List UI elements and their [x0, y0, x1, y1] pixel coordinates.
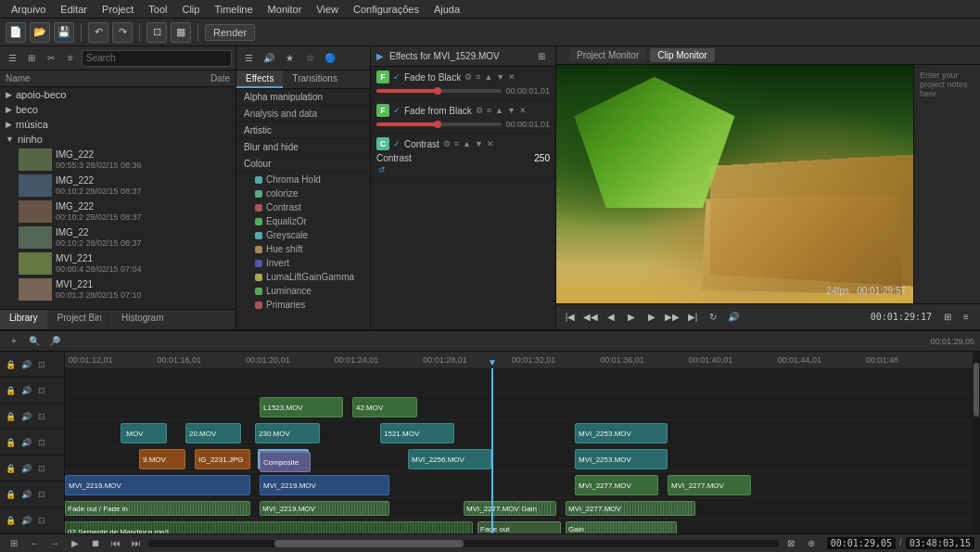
- tree-item-mvi221-2[interactable]: MVI_221 00:01:3 28/02/15 07:10: [0, 276, 235, 302]
- render-button[interactable]: Render: [205, 24, 255, 41]
- play-button[interactable]: ▶: [623, 309, 640, 326]
- rewind-button[interactable]: ◀◀: [582, 309, 599, 326]
- clip-2219mov-2[interactable]: MVI_2219.MOV: [260, 475, 389, 495]
- effect-primaries[interactable]: Primaries: [236, 298, 370, 312]
- export-button[interactable]: ▦: [171, 22, 191, 43]
- fade-to-black-icon-x[interactable]: ✕: [508, 72, 515, 82]
- new-button[interactable]: 📄: [6, 22, 26, 43]
- clip-2277-audio[interactable]: MVI_2277.MOV: [566, 501, 695, 516]
- menu-view[interactable]: View: [309, 2, 346, 17]
- fade-to-black-thumb[interactable]: [434, 87, 441, 95]
- tab-clip-monitor[interactable]: Clip Monitor: [650, 48, 714, 62]
- effect-cat-analysis[interactable]: Analysis and data: [236, 106, 370, 122]
- folder-apoio-beco[interactable]: apoio-beco: [0, 87, 235, 102]
- tc-audio-6[interactable]: 🔊: [19, 488, 32, 501]
- redo-button[interactable]: ↷: [112, 22, 133, 43]
- tc-lock-1[interactable]: 🔒: [4, 358, 17, 371]
- contrast-icon-x[interactable]: ✕: [487, 139, 494, 148]
- tl-add-track[interactable]: +: [6, 333, 22, 350]
- clip-230mov[interactable]: 230.MOV: [255, 423, 320, 443]
- clip-2219mov-1[interactable]: MVI_2219.MOV: [65, 475, 250, 495]
- tc-lock-6[interactable]: 🔒: [4, 488, 17, 501]
- tc-audio-1[interactable]: 🔊: [19, 358, 32, 371]
- clip-2277-gain-audio[interactable]: MVI_2277.MOV Gain: [464, 501, 556, 516]
- effect-cat-colour[interactable]: Colour: [236, 156, 370, 173]
- fullscreen-button[interactable]: ⊞: [939, 309, 956, 326]
- fade-from-black-icon-x[interactable]: ✕: [519, 106, 527, 115]
- tree-item-img22-4[interactable]: IMG_22 00:10:2 28/02/15 08:37: [0, 225, 235, 250]
- settings-button[interactable]: ≡: [958, 309, 974, 326]
- step-fwd-button[interactable]: ▶: [643, 309, 660, 326]
- tl-zoom-fit[interactable]: ⊠: [783, 535, 799, 552]
- tc-audio-3[interactable]: 🔊: [19, 410, 32, 423]
- fast-fwd-button[interactable]: ▶▶: [664, 309, 681, 326]
- tl-zoom-out[interactable]: 🔎: [46, 333, 63, 350]
- menu-editar[interactable]: Editar: [53, 2, 95, 17]
- tl-bottom-btn3[interactable]: →: [46, 535, 63, 552]
- clip-ig2231[interactable]: IG_2231.JPG: [195, 449, 250, 469]
- effect-lumalift[interactable]: LumaLiftGainGamma: [236, 270, 370, 284]
- volume-button[interactable]: 🔊: [725, 309, 742, 326]
- clip-composite[interactable]: Composite: [260, 452, 311, 472]
- tc-audio-2[interactable]: 🔊: [19, 384, 32, 397]
- fade-from-black-slider[interactable]: [376, 122, 502, 126]
- fade-to-black-slider[interactable]: [376, 89, 502, 93]
- tc-clip-3[interactable]: ⊡: [35, 410, 48, 423]
- contrast-checkbox[interactable]: ✓: [393, 139, 401, 148]
- open-button[interactable]: 📂: [30, 22, 50, 43]
- tc-clip-2[interactable]: ⊡: [35, 384, 48, 397]
- fade-to-black-checkbox[interactable]: ✓: [393, 72, 401, 82]
- prev-frame-button[interactable]: |◀: [562, 309, 579, 326]
- effect-hue-shift[interactable]: Hue shift: [236, 242, 370, 256]
- tl-bottom-btn1[interactable]: ⊞: [6, 535, 22, 552]
- effects-audio[interactable]: 🔊: [261, 50, 277, 67]
- tree-item-img222-2[interactable]: IMG_222 00:10:2 28/02/15 08:37: [0, 173, 235, 199]
- effects-star2[interactable]: ☆: [301, 50, 318, 67]
- fade-to-black-icon-down[interactable]: ▼: [496, 72, 504, 82]
- fade-to-black-icon-up[interactable]: ▲: [484, 72, 492, 82]
- tl-zoom-in[interactable]: 🔍: [26, 333, 43, 350]
- menu-monitor[interactable]: Monitor: [261, 2, 310, 17]
- clip-2277mov-1[interactable]: MVI_2277.MOV: [575, 475, 658, 495]
- effects-search[interactable]: 🔵: [322, 50, 338, 67]
- tc-audio-4[interactable]: 🔊: [19, 436, 32, 449]
- effect-contrast[interactable]: Contrast: [236, 200, 370, 214]
- menu-project[interactable]: Project: [95, 2, 141, 17]
- tc-lock-4[interactable]: 🔒: [4, 436, 17, 449]
- effect-cat-alpha[interactable]: Alpha manipulation: [236, 89, 370, 106]
- effect-greyscale[interactable]: Greyscale: [236, 228, 370, 242]
- undo-button[interactable]: ↶: [88, 22, 108, 43]
- clip-gain-7[interactable]: Gain: [566, 521, 677, 533]
- tl-next-btn[interactable]: ⏭: [128, 535, 145, 552]
- effects-star[interactable]: ★: [281, 50, 298, 67]
- clip-mandioca[interactable]: 02 Semente de Mandioca.mp3: [65, 521, 473, 533]
- list-options-button[interactable]: ≡: [62, 50, 79, 67]
- tab-transitions[interactable]: Transitions: [283, 71, 347, 88]
- search-input[interactable]: [82, 50, 232, 67]
- tl-snap-btn[interactable]: ⊕: [803, 535, 820, 552]
- effect-cat-blur[interactable]: Blur and hide: [236, 139, 370, 156]
- effect-equalizor[interactable]: EqualizOr: [236, 214, 370, 228]
- tc-audio-7[interactable]: 🔊: [19, 514, 32, 527]
- tc-audio-5[interactable]: 🔊: [19, 462, 32, 475]
- tc-clip-7[interactable]: ⊡: [35, 514, 48, 527]
- effect-chroma-hold[interactable]: Chroma Hold: [236, 173, 370, 186]
- tab-project-bin[interactable]: Project Bin: [48, 310, 112, 329]
- timeline-vscrollbar[interactable]: [973, 352, 980, 533]
- menu-tool[interactable]: Tool: [141, 2, 174, 17]
- tc-lock-2[interactable]: 🔒: [4, 384, 17, 397]
- tc-clip-4[interactable]: ⊡: [35, 436, 48, 449]
- tree-item-img222-1[interactable]: IMG_222 00:55:3 28/02/15 08:36: [0, 147, 235, 173]
- effect-luminance[interactable]: Luminance: [236, 284, 370, 298]
- tl-stop-btn[interactable]: ⏹: [87, 535, 104, 552]
- clip-2277mov-2[interactable]: MVI_2277.MOV: [668, 475, 751, 495]
- tree-item-img222-3[interactable]: IMG_222 00:10:2 28/02/15 08:37: [0, 199, 235, 225]
- next-frame-button[interactable]: ▶|: [684, 309, 701, 326]
- menu-configuracoes[interactable]: Configurações: [346, 2, 426, 17]
- contrast-icon-down[interactable]: ▼: [475, 139, 483, 148]
- tab-histogram[interactable]: Histogram: [112, 310, 174, 329]
- menu-ajuda[interactable]: Ajuda: [426, 2, 467, 17]
- tc-lock-5[interactable]: 🔒: [4, 462, 17, 475]
- save-button[interactable]: 💾: [54, 22, 74, 43]
- tab-project-monitor[interactable]: Project Monitor: [569, 48, 646, 62]
